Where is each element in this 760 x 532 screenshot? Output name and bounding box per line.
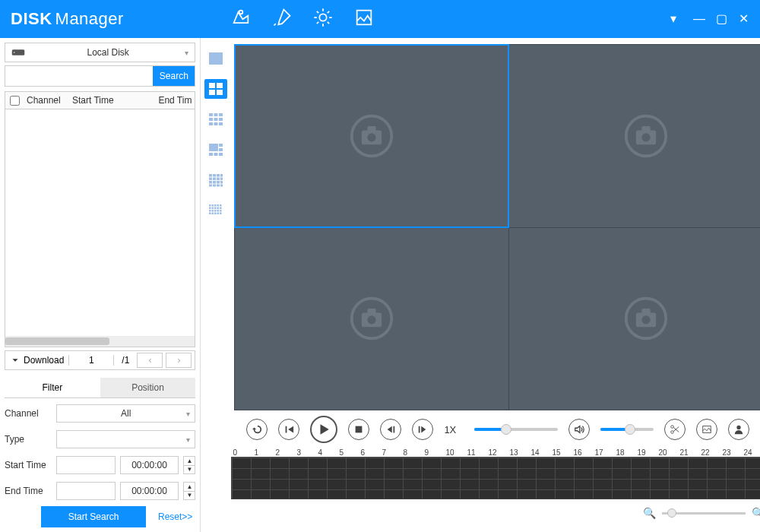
- snip-button[interactable]: [664, 419, 686, 440]
- end-time-field[interactable]: 00:00:00: [120, 482, 179, 500]
- map-pin-icon[interactable]: [230, 7, 252, 31]
- layout-4x4-button[interactable]: [204, 170, 227, 190]
- title-bar: DISKManager ▾ — ▢ ✕: [0, 0, 760, 38]
- download-button[interactable]: Download: [5, 355, 68, 366]
- video-cell-4[interactable]: [509, 228, 760, 410]
- maximize-icon[interactable]: ▢: [716, 14, 727, 24]
- svg-rect-54: [217, 210, 220, 212]
- results-body: [5, 109, 195, 347]
- tab-position[interactable]: Position: [100, 378, 196, 397]
- svg-rect-71: [368, 309, 376, 315]
- layout-2x2-button[interactable]: [204, 79, 227, 99]
- svg-rect-41: [209, 204, 211, 207]
- play-button[interactable]: [310, 416, 337, 443]
- svg-rect-11: [214, 113, 218, 116]
- close-icon[interactable]: ✕: [739, 14, 749, 24]
- hdd-icon: [11, 47, 25, 58]
- svg-rect-9: [217, 90, 223, 95]
- svg-rect-77: [356, 426, 363, 433]
- col-start-time: Start Time: [69, 95, 158, 106]
- search-input[interactable]: [5, 66, 153, 86]
- horizontal-scrollbar[interactable]: [5, 336, 195, 347]
- svg-rect-46: [209, 207, 211, 210]
- end-date-field[interactable]: [56, 482, 116, 500]
- video-cell-1[interactable]: [235, 45, 508, 227]
- stop-button[interactable]: [348, 419, 369, 440]
- svg-rect-25: [209, 174, 212, 177]
- channel-label: Channel: [5, 408, 52, 419]
- svg-rect-30: [213, 178, 216, 181]
- rewind-button[interactable]: [246, 419, 268, 440]
- disk-selector[interactable]: Local Disk ▾: [5, 43, 195, 62]
- start-time-spinner[interactable]: ▲▼: [183, 456, 195, 474]
- svg-rect-57: [212, 213, 214, 215]
- page-number-input[interactable]: 1: [68, 355, 114, 366]
- filter-form: Channel All Type Start Time 00:00:00 ▲▼ …: [0, 398, 200, 500]
- window-controls: ▾ — ▢ ✕: [670, 14, 749, 24]
- camera-icon: [349, 113, 394, 159]
- chevron-down-icon: ▾: [185, 49, 188, 57]
- disk-label: Local Disk: [31, 47, 185, 58]
- layout-1plus5-button[interactable]: [204, 140, 227, 160]
- layout-1x1-button[interactable]: [204, 49, 227, 68]
- slow-button[interactable]: [278, 419, 299, 440]
- layout-6x6-button[interactable]: [204, 201, 227, 220]
- speed-slider[interactable]: [474, 428, 558, 431]
- minimize-icon[interactable]: —: [693, 14, 704, 24]
- svg-point-81: [737, 426, 741, 429]
- svg-point-79: [671, 431, 674, 434]
- zoom-out-icon[interactable]: 🔍: [643, 507, 656, 519]
- svg-point-1: [319, 14, 326, 21]
- select-all-checkbox[interactable]: [10, 96, 20, 106]
- timeline-grid[interactable]: [231, 457, 760, 499]
- end-time-label: End Time: [5, 486, 52, 496]
- svg-rect-45: [220, 204, 222, 207]
- page-prev-button[interactable]: ‹: [137, 353, 163, 368]
- zoom-slider[interactable]: [662, 512, 746, 515]
- page-next-button[interactable]: ›: [166, 353, 192, 368]
- svg-point-76: [641, 316, 650, 325]
- start-date-field[interactable]: [56, 456, 116, 474]
- user-button[interactable]: [728, 419, 749, 440]
- svg-rect-39: [217, 185, 220, 187]
- svg-rect-60: [220, 213, 222, 215]
- svg-rect-16: [209, 122, 213, 125]
- menu-icon[interactable]: ▾: [670, 14, 681, 24]
- frame-back-button[interactable]: [380, 419, 401, 440]
- reset-link[interactable]: Reset>>: [158, 511, 195, 522]
- svg-rect-48: [214, 207, 217, 210]
- app-brand: DISKManager: [11, 9, 124, 29]
- video-cell-3[interactable]: [235, 228, 508, 410]
- tab-filter[interactable]: Filter: [5, 378, 100, 397]
- video-cell-2[interactable]: [509, 45, 760, 227]
- svg-rect-8: [209, 90, 215, 95]
- snapshot-button[interactable]: [696, 419, 717, 440]
- frame-forward-button[interactable]: [412, 419, 433, 440]
- svg-point-0: [239, 11, 243, 14]
- channel-select[interactable]: All: [56, 404, 195, 423]
- timeline-ticks: 0123456789101112131415161718192021222324: [231, 448, 760, 457]
- video-grid: [234, 44, 760, 410]
- start-search-button[interactable]: Start Search: [41, 506, 146, 527]
- search-button[interactable]: Search: [153, 66, 195, 86]
- brush-icon[interactable]: [271, 7, 293, 31]
- image-frame-icon[interactable]: [353, 7, 375, 31]
- layout-3x3-button[interactable]: [204, 109, 227, 129]
- col-end-time: End Tim: [158, 95, 195, 106]
- speed-label: 1X: [444, 424, 464, 435]
- start-time-field[interactable]: 00:00:00: [120, 456, 179, 474]
- svg-rect-34: [213, 181, 216, 184]
- playback-controls: 1X: [201, 410, 760, 448]
- svg-rect-29: [209, 178, 212, 181]
- svg-rect-52: [212, 210, 214, 212]
- zoom-in-icon[interactable]: 🔍: [752, 507, 760, 519]
- gear-icon[interactable]: [312, 7, 334, 31]
- svg-rect-42: [212, 204, 214, 207]
- layout-strip: [201, 44, 231, 410]
- type-select[interactable]: [56, 430, 195, 448]
- download-pagination: Download 1 /1 ‹ ›: [5, 350, 195, 370]
- end-time-spinner[interactable]: ▲▼: [183, 482, 195, 500]
- volume-slider[interactable]: [600, 428, 654, 431]
- svg-rect-75: [641, 309, 650, 315]
- volume-button[interactable]: [568, 419, 590, 440]
